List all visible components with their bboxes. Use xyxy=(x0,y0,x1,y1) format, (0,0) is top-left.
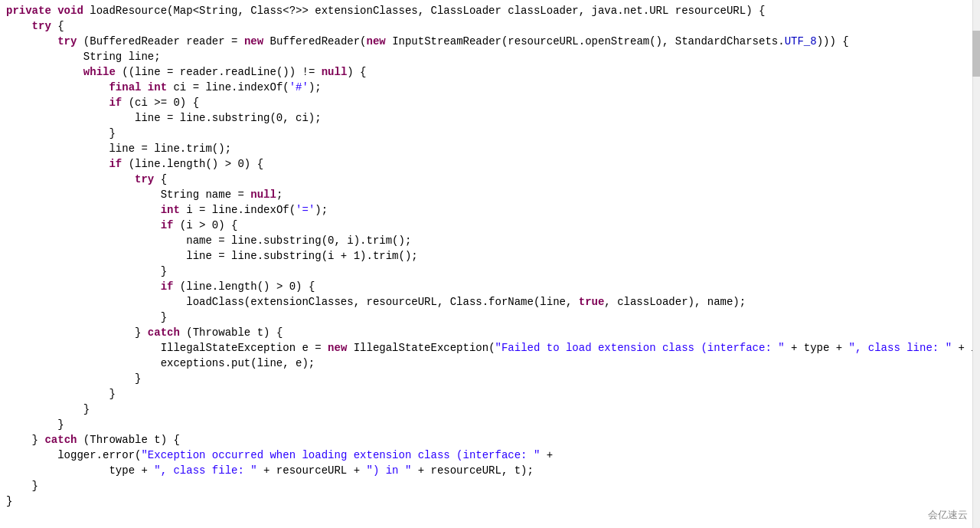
code-line-26: } xyxy=(0,386,980,402)
code-line-20: loadClass(extensionClasses, resourceURL,… xyxy=(0,294,980,310)
scrollbar-thumb[interactable] xyxy=(972,31,980,77)
code-line-7: if (ci >= 0) { xyxy=(0,95,980,110)
code-container: private void loadResource(Map<String, Cl… xyxy=(0,0,980,528)
scrollbar[interactable] xyxy=(972,0,980,528)
code-line-28: } xyxy=(0,417,980,432)
code-line-33: } xyxy=(0,494,980,509)
code-line-23: IllegalStateException e = new IllegalSta… xyxy=(0,340,980,356)
code-line-2: try { xyxy=(0,18,980,34)
code-line-21: } xyxy=(0,310,980,325)
watermark: 会亿速云 xyxy=(928,508,968,522)
code-line-15: if (i > 0) { xyxy=(0,218,980,233)
code-line-31: type + ", class file: " + resourceURL + … xyxy=(0,463,980,478)
code-line-27: } xyxy=(0,402,980,417)
code-line-25: } xyxy=(0,371,980,386)
code-line-11: if (line.length() > 0) { xyxy=(0,156,980,172)
code-line-22: } catch (Throwable t) { xyxy=(0,325,980,340)
code-line-4: String line; xyxy=(0,49,980,64)
code-line-14: int i = line.indexOf('='); xyxy=(0,202,980,218)
code-line-29: } catch (Throwable t) { xyxy=(0,432,980,448)
code-line-3: try (BufferedReader reader = new Buffere… xyxy=(0,34,980,49)
code-line-17: line = line.substring(i + 1).trim(); xyxy=(0,248,980,264)
code-line-9: } xyxy=(0,126,980,141)
code-line-12: try { xyxy=(0,172,980,187)
code-line-13: String name = null; xyxy=(0,187,980,202)
code-line-18: } xyxy=(0,264,980,279)
code-line-5: while ((line = reader.readLine()) != nul… xyxy=(0,64,980,80)
code-line-24: exceptions.put(line, e); xyxy=(0,356,980,371)
code-line-10: line = line.trim(); xyxy=(0,141,980,156)
code-line-1: private void loadResource(Map<String, Cl… xyxy=(0,3,980,18)
code-line-19: if (line.length() > 0) { xyxy=(0,279,980,294)
code-line-16: name = line.substring(0, i).trim(); xyxy=(0,233,980,248)
code-line-30: logger.error("Exception occurred when lo… xyxy=(0,448,980,463)
code-line-6: final int ci = line.indexOf('#'); xyxy=(0,80,980,95)
code-line-8: line = line.substring(0, ci); xyxy=(0,110,980,126)
code-line-32: } xyxy=(0,478,980,494)
